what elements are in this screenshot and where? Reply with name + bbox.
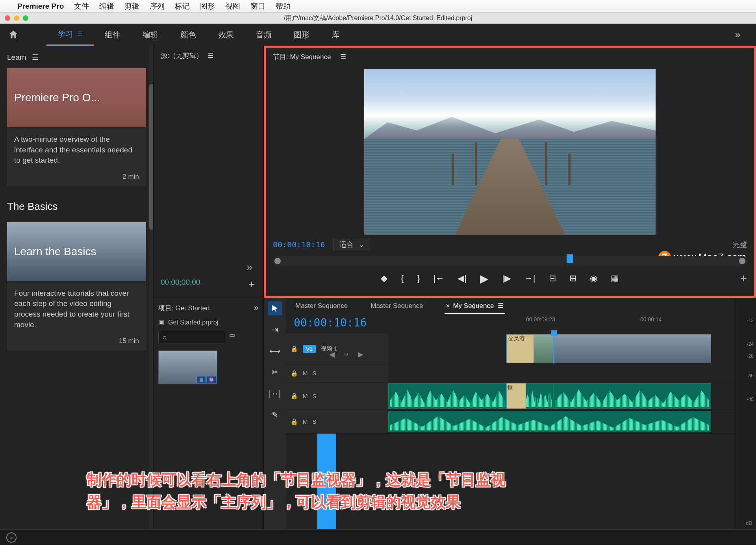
slip-tool[interactable]: |↔| [268,386,282,400]
add-button[interactable]: + [248,278,255,291]
zoom-dropdown[interactable]: 适合⌄ [334,238,370,251]
export-frame-icon[interactable]: ◉ [590,273,597,284]
bin-icon[interactable]: ▣ [158,319,164,326]
lift-icon[interactable]: ⊟ [549,273,556,284]
prev-edit-icon[interactable]: ◀ [329,350,335,359]
mute-button[interactable]: M [303,370,308,376]
timeline-timecode[interactable]: 00:00:10:16 [294,316,367,329]
menu-edit[interactable]: 编辑 [99,1,114,11]
learn-header: Learn ☰ [7,53,146,62]
timeline-tab-active[interactable]: ×My Sequence ☰ [445,298,505,314]
pen-tool[interactable]: ✎ [268,408,282,422]
audio-clip[interactable] [554,383,711,409]
hamburger-icon[interactable]: ☰ [77,30,83,38]
menu-window[interactable]: 窗口 [250,1,265,11]
menu-sequence[interactable]: 序列 [150,1,165,11]
program-timecode[interactable]: 00:00:10:16 [273,240,325,249]
home-icon[interactable] [8,29,19,40]
source-tab[interactable]: 源:（无剪辑） ☰ [161,51,256,60]
play-icon[interactable]: ▶ [480,272,489,285]
step-back-icon[interactable]: ◀| [458,273,467,284]
timeline-tab[interactable]: Master Sequence [369,299,424,313]
source-timecode[interactable]: 00;00;00;00 [161,278,200,287]
workspace-editing[interactable]: 编辑 [132,24,169,46]
scrub-handle-right[interactable] [739,258,745,264]
scrollbar[interactable] [149,46,153,529]
learn-card-basics[interactable]: Learn the Basics Four interactive tutori… [7,222,146,350]
workspace-libraries[interactable]: 库 [321,24,350,46]
step-forward-icon[interactable]: |▶ [502,273,511,284]
project-tab[interactable]: 项目: Get Started [158,304,209,313]
overflow-icon[interactable]: » [254,303,259,313]
scrub-handle-left[interactable] [274,258,281,264]
workspace-graphics[interactable]: 图形 [283,24,321,46]
scrub-playhead[interactable] [567,254,573,263]
solo-button[interactable]: S [313,393,317,399]
program-video[interactable] [364,69,656,235]
timeline-ruler[interactable]: 00:00:09:23 00:00:14 [396,316,734,326]
maximize-button[interactable] [23,15,28,21]
close-icon[interactable]: × [446,302,450,310]
selection-tool[interactable] [268,301,282,315]
extract-icon[interactable]: ⊞ [569,273,576,284]
quality-dropdown[interactable]: 完整 [733,240,747,249]
lock-icon[interactable]: 🔒 [291,345,298,352]
workspace-audio[interactable]: 音频 [245,24,283,46]
lock-icon[interactable]: 🔒 [291,418,298,425]
hamburger-icon[interactable]: ☰ [340,53,346,61]
next-edit-icon[interactable]: ▶ [358,350,363,359]
video-clip[interactable] [554,334,711,363]
marker-icon[interactable]: ◆ [381,273,387,284]
track-v1-label[interactable]: V1 [303,345,316,353]
menu-graphics[interactable]: 图形 [200,1,215,11]
lock-icon[interactable]: 🔒 [291,393,298,400]
close-button[interactable] [5,15,10,21]
minimize-button[interactable] [14,15,19,21]
mute-button[interactable]: M [303,393,308,399]
search-input[interactable] [170,334,221,340]
creative-cloud-icon[interactable]: ∞ [6,532,17,543]
out-point-icon[interactable]: } [417,273,420,284]
toggle-icon[interactable]: ○ [344,350,348,359]
workspace-assembly[interactable]: 组件 [94,24,132,46]
audio-transition[interactable]: 恒 [506,383,526,409]
track-select-tool[interactable]: ⇥ [268,323,282,337]
playhead[interactable] [551,330,557,336]
learn-card-overview[interactable]: Premiere Pro O... A two-minute overview … [7,68,146,186]
solo-button[interactable]: S [313,370,317,376]
solo-button[interactable]: S [313,418,317,425]
project-clip-thumbnail[interactable]: ▦ ♒ [158,350,217,384]
app-name[interactable]: Premiere Pro [17,2,64,11]
overflow-icon[interactable]: » [247,261,252,273]
program-scrubber[interactable] [273,256,747,266]
menu-view[interactable]: 视图 [225,1,240,11]
workspace-overflow[interactable]: » [727,29,748,40]
workspace-effects[interactable]: 效果 [207,24,245,46]
lock-icon[interactable]: 🔒 [291,370,298,377]
audio-clip[interactable] [388,383,506,409]
comparison-icon[interactable]: ▦ [611,273,619,284]
new-bin-icon[interactable]: ▭ [229,331,235,339]
window-title: /用户/mac/文稿/Adobe/Premiere Pro/14.0/Get S… [284,14,472,22]
hamburger-icon[interactable]: ☰ [208,52,213,60]
menu-help[interactable]: 帮助 [276,1,291,11]
workspace-color[interactable]: 颜色 [169,24,207,46]
project-search[interactable]: ⌕ [158,331,225,343]
program-tab[interactable]: 节目: My Sequence ☰ [266,48,754,66]
menu-file[interactable]: 文件 [74,1,89,11]
hamburger-icon[interactable]: ☰ [498,302,504,310]
go-to-in-icon[interactable]: |← [434,273,445,284]
workspace-learn[interactable]: 学习☰ [46,24,94,46]
hamburger-icon[interactable]: ☰ [32,53,39,62]
in-point-icon[interactable]: { [401,273,404,284]
menu-clip[interactable]: 剪辑 [124,1,139,11]
go-to-out-icon[interactable]: →| [524,273,536,284]
razor-tool[interactable]: ✂ [268,365,282,379]
add-button[interactable]: + [740,272,747,285]
ripple-edit-tool[interactable]: ⟷ [268,344,282,358]
timeline-tab[interactable]: Master Sequence [294,299,349,313]
menu-marker[interactable]: 标记 [175,1,190,11]
transition-clip[interactable]: 交叉溶 [506,334,534,363]
audio-clip[interactable] [388,411,711,432]
mute-button[interactable]: M [303,418,308,425]
